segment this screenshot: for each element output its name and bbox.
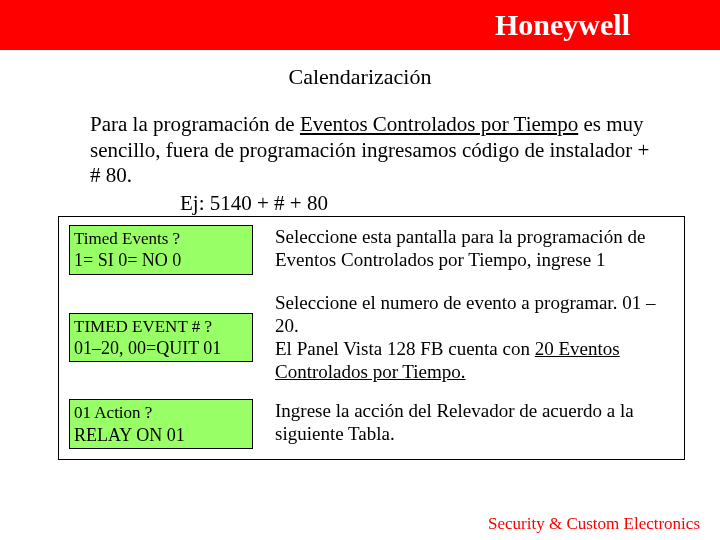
intro-paragraph: Para la programación de Eventos Controla…	[90, 112, 660, 189]
intro-underline: Eventos Controlados por Tiempo	[300, 112, 578, 136]
lcd-display-1: Timed Events ? 1= SI 0= NO 0	[69, 225, 253, 275]
step-desc-3: Ingrese la acción del Relevador de acuer…	[253, 399, 674, 445]
lcd-line2: 1= SI 0= NO 0	[74, 249, 248, 272]
lcd-line2: 01–20, 00=QUIT 01	[74, 337, 248, 360]
brand-text: Honeywell	[495, 8, 630, 41]
intro-example: Ej: 5140 + # + 80	[180, 191, 720, 216]
brand-header: Honeywell	[0, 0, 720, 50]
step-row-1: Timed Events ? 1= SI 0= NO 0 Seleccione …	[69, 225, 674, 275]
step-desc-1: Seleccione esta pantalla para la program…	[253, 225, 674, 271]
lcd-line1: 01 Action ?	[74, 402, 248, 423]
step-row-2: TIMED EVENT # ? 01–20, 00=QUIT 01 Selecc…	[69, 291, 674, 384]
intro-pre: Para la programación de	[90, 112, 300, 136]
footer-text: Security & Custom Electronics	[488, 514, 700, 534]
step-desc-2: Seleccione el numero de evento a program…	[253, 291, 674, 384]
lcd-display-3: 01 Action ? RELAY ON 01	[69, 399, 253, 449]
lcd-display-2: TIMED EVENT # ? 01–20, 00=QUIT 01	[69, 313, 253, 363]
lcd-line1: TIMED EVENT # ?	[74, 316, 248, 337]
page-title: Calendarización	[0, 64, 720, 90]
lcd-line2: RELAY ON 01	[74, 424, 248, 447]
steps-box: Timed Events ? 1= SI 0= NO 0 Seleccione …	[58, 216, 685, 460]
step-row-3: 01 Action ? RELAY ON 01 Ingrese la acció…	[69, 399, 674, 449]
lcd-line1: Timed Events ?	[74, 228, 248, 249]
